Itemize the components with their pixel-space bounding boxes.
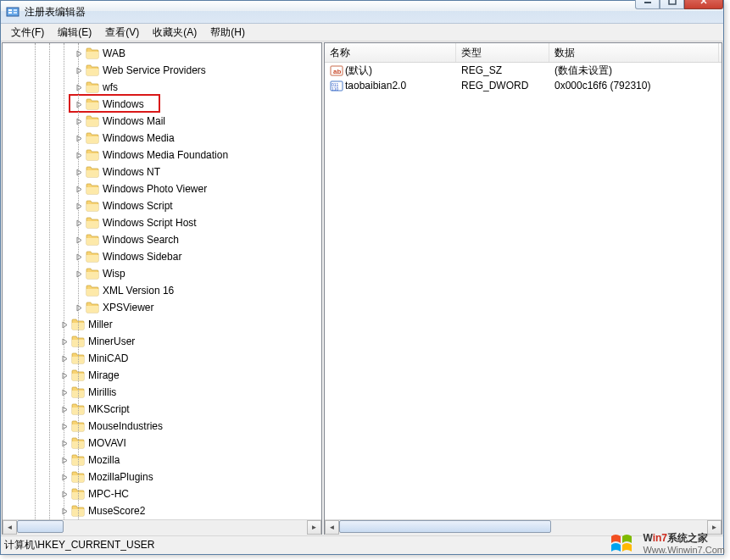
expander-icon[interactable] (60, 405, 70, 414)
tree-item[interactable]: MPC-HC (3, 485, 321, 502)
expander-icon[interactable] (75, 117, 84, 126)
expander-icon[interactable] (75, 66, 84, 75)
tree-item[interactable]: Miller (3, 316, 321, 333)
value-name: (默认) (345, 64, 372, 78)
tree-item[interactable]: WAB (3, 45, 321, 62)
expander-icon[interactable] (75, 269, 84, 279)
expander-icon[interactable] (75, 202, 84, 211)
minimize-button[interactable] (635, 0, 660, 9)
scroll-left-button[interactable]: ◄ (3, 520, 17, 535)
tree-item[interactable]: Windows Media Foundation (3, 147, 321, 164)
scroll-track[interactable] (17, 520, 307, 535)
tree-item[interactable]: MinerUser (3, 333, 321, 350)
tree-item[interactable]: Mirillis (3, 384, 321, 401)
tree-item-label: Web Service Providers (103, 64, 206, 76)
list-row[interactable]: 011110taobaibian2.0REG_DWORD0x000c16f6 (… (325, 78, 722, 93)
menu-help[interactable]: 帮助(H) (203, 24, 252, 42)
folder-icon (86, 302, 99, 313)
expander-icon[interactable] (60, 473, 70, 482)
tree-item[interactable]: MuseScore2 (3, 502, 321, 519)
expander-icon[interactable] (75, 100, 84, 109)
expander-icon[interactable] (75, 83, 84, 92)
tree-item-label: MozillaPlugins (88, 471, 153, 483)
expander-icon[interactable] (75, 219, 84, 228)
expander-icon[interactable] (75, 168, 84, 177)
expander-icon[interactable] (60, 320, 70, 330)
tree-item[interactable]: Web Service Providers (3, 62, 321, 79)
scroll-right-button[interactable]: ► (707, 520, 722, 535)
expander-icon[interactable] (60, 337, 70, 347)
tree-item[interactable]: Windows Sidebar (3, 248, 321, 265)
column-header-type[interactable]: 类型 (456, 43, 549, 62)
tree-item[interactable]: Windows Script (3, 197, 321, 214)
scroll-thumb[interactable] (339, 520, 551, 533)
tree-item-label: wfs (103, 81, 118, 93)
tree-item-label: MKScript (88, 403, 130, 415)
tree-item-label: XML Version 16 (103, 285, 174, 297)
titlebar[interactable]: 注册表编辑器 (1, 1, 723, 24)
tree-item-label: Windows Script Host (103, 217, 197, 229)
tree-item[interactable]: XPSViewer (3, 299, 321, 316)
expander-icon[interactable] (75, 49, 84, 58)
expander-icon[interactable] (75, 151, 84, 160)
tree-item[interactable]: Windows Script Host (3, 214, 321, 231)
maximize-button[interactable] (660, 0, 684, 9)
value-type: REG_DWORD (456, 80, 549, 91)
expander-icon[interactable] (60, 371, 70, 380)
tree-item[interactable]: MozillaPlugins (3, 469, 321, 485)
expander-icon[interactable] (75, 236, 84, 245)
scroll-thumb[interactable] (17, 520, 64, 533)
menubar: 文件(F) 编辑(E) 查看(V) 收藏夹(A) 帮助(H) (1, 24, 723, 42)
tree-item[interactable]: Windows NT (3, 164, 321, 180)
expander-icon[interactable] (60, 456, 70, 465)
menu-edit[interactable]: 编辑(E) (51, 24, 98, 42)
scroll-track[interactable] (339, 520, 707, 535)
column-header-name[interactable]: 名称 (325, 43, 456, 62)
expander-icon[interactable] (75, 185, 84, 194)
scroll-right-button[interactable]: ► (307, 520, 321, 535)
expander-icon[interactable] (75, 303, 84, 313)
expander-icon[interactable] (75, 252, 84, 262)
expander-icon[interactable] (60, 507, 70, 516)
menu-view[interactable]: 查看(V) (98, 24, 146, 42)
expander-icon[interactable] (60, 490, 70, 499)
expander-icon[interactable] (60, 354, 70, 363)
list-hscrollbar[interactable]: ◄ ► (325, 519, 722, 534)
tree-item[interactable]: Windows Photo Viewer (3, 180, 321, 197)
statusbar: 计算机\HKEY_CURRENT_USER (1, 535, 723, 554)
expander-icon[interactable] (75, 134, 84, 143)
scroll-left-button[interactable]: ◄ (325, 520, 339, 535)
folder-icon (71, 471, 85, 483)
tree-item[interactable]: MKScript (3, 401, 321, 418)
column-header-data[interactable]: 数据 (549, 43, 719, 62)
list-body[interactable]: ab(默认)REG_SZ(数值未设置)011110taobaibian2.0RE… (325, 63, 722, 519)
tree-item[interactable]: Windows Media (3, 130, 321, 147)
tree-item[interactable]: XML Version 16 (3, 282, 321, 299)
tree-item[interactable]: Windows Mail (3, 113, 321, 130)
tree-item[interactable]: MouseIndustries (3, 418, 321, 435)
tree-scroll[interactable]: WABWeb Service ProviderswfsWindowsWindow… (3, 43, 321, 519)
tree-item[interactable]: Wisp (3, 265, 321, 282)
tree-item[interactable]: wfs (3, 79, 321, 96)
list-row[interactable]: ab(默认)REG_SZ(数值未设置) (325, 63, 722, 78)
value-type: REG_SZ (456, 64, 549, 76)
expander-icon[interactable] (60, 422, 70, 431)
folder-icon (71, 352, 85, 364)
expander-icon[interactable] (60, 439, 70, 448)
tree-item[interactable]: MOVAVI (3, 435, 321, 452)
expander-icon[interactable] (60, 388, 70, 397)
tree-item[interactable]: Windows Search (3, 231, 321, 248)
tree-item[interactable]: Mirage (3, 367, 321, 384)
tree-item[interactable]: MiniCAD (3, 350, 321, 367)
tree-item[interactable]: Mozilla (3, 452, 321, 469)
content-area: WABWeb Service ProviderswfsWindowsWindow… (1, 42, 723, 535)
tree-item-label: Windows Script (103, 200, 173, 212)
tree-hscrollbar[interactable]: ◄ ► (3, 519, 321, 534)
folder-icon (71, 454, 85, 466)
svg-rect-2 (8, 12, 12, 14)
close-button[interactable] (684, 0, 723, 9)
tree-item[interactable]: Windows (3, 96, 321, 113)
menu-favorites[interactable]: 收藏夹(A) (146, 24, 203, 42)
folder-icon (71, 488, 85, 500)
menu-file[interactable]: 文件(F) (4, 24, 51, 42)
